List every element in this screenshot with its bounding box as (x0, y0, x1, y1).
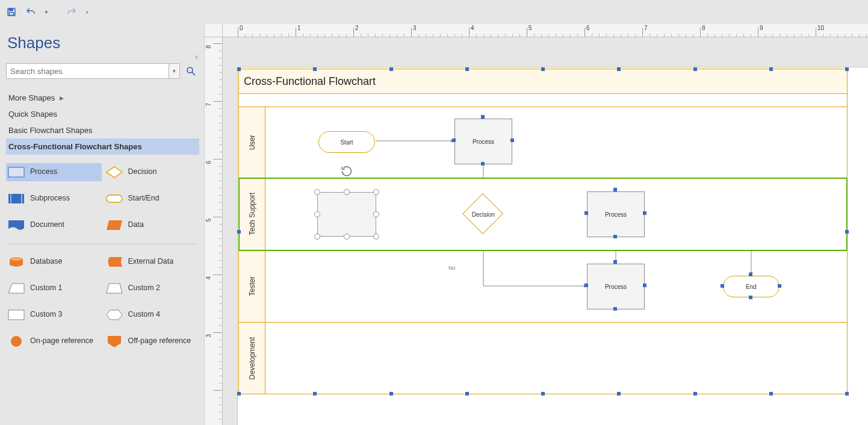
shape-label: Data (128, 221, 144, 229)
shape-startend[interactable]: Start/End (104, 190, 200, 208)
stencil-more-shapes[interactable]: More Shapes ▶ (6, 90, 199, 106)
resize-handle[interactable] (314, 211, 320, 217)
resize-handle[interactable] (344, 234, 350, 240)
shape-label: Subprocess (30, 194, 70, 203)
node-start[interactable]: Start (318, 131, 375, 153)
shape-custom3[interactable]: Custom 3 (6, 306, 102, 324)
svg-rect-5 (8, 167, 24, 177)
shape-label: Database (30, 258, 63, 266)
svg-point-12 (10, 257, 23, 261)
lane-label[interactable]: User (239, 107, 265, 178)
decision-icon (105, 166, 123, 179)
resize-handle[interactable] (314, 189, 320, 195)
custom4-icon (105, 308, 123, 321)
resize-handle[interactable] (373, 234, 379, 240)
custom2-icon (105, 282, 123, 295)
shape-offpage-ref[interactable]: Off-page reference (104, 332, 200, 350)
undo-button[interactable] (24, 5, 37, 19)
shape-label: Start/End (128, 194, 160, 203)
search-input[interactable] (6, 63, 169, 79)
lane-label[interactable]: Tester (239, 250, 265, 322)
ruler-horizontal[interactable]: 01234567891011 (223, 24, 868, 37)
stencil-label: Basic Flowchart Shapes (8, 126, 92, 135)
terminator-icon (105, 192, 123, 205)
shape-database[interactable]: Database (6, 253, 102, 271)
resize-handle[interactable] (314, 234, 320, 240)
lane-tech-support[interactable]: Tech Support (239, 178, 847, 250)
shape-document[interactable]: Document (6, 216, 102, 234)
resize-handle[interactable] (373, 189, 379, 195)
lane-body[interactable] (265, 323, 847, 394)
collapse-panel-button[interactable]: ‹ (195, 52, 198, 61)
save-button[interactable] (5, 5, 18, 19)
database-icon (7, 255, 25, 268)
swimlanes: User Start Process Tech Support (239, 107, 847, 394)
shape-custom4[interactable]: Custom 4 (104, 306, 200, 324)
shape-custom2[interactable]: Custom 2 (104, 279, 200, 297)
ruler-vertical[interactable]: 876543 (205, 37, 223, 425)
external-data-icon (105, 255, 123, 268)
data-icon (105, 219, 123, 232)
shape-label: Decision (128, 168, 157, 176)
svg-marker-16 (107, 310, 122, 320)
shape-decision[interactable]: Decision (104, 163, 200, 181)
svg-marker-6 (107, 167, 122, 178)
canvas-inner[interactable]: Cross-Functional Flowchart User Start Pr… (223, 37, 868, 425)
search-dropdown[interactable]: ▾ (169, 63, 180, 79)
shape-label: Custom 1 (30, 284, 63, 293)
custom3-icon (7, 308, 25, 321)
svg-marker-18 (108, 336, 121, 347)
resize-handle[interactable] (373, 211, 379, 217)
node-process-3[interactable]: Process (587, 264, 645, 309)
shape-label: Custom 4 (128, 311, 161, 319)
node-new-process-selected[interactable] (317, 192, 376, 237)
shape-custom1[interactable]: Custom 1 (6, 279, 102, 297)
undo-dropdown[interactable]: ▼ (43, 5, 49, 19)
redo-button[interactable] (65, 5, 78, 19)
lane-body[interactable]: Decision Process (265, 178, 847, 250)
flowchart-title[interactable]: Cross-Functional Flowchart (239, 69, 847, 94)
quick-access-toolbar: ▼ ▾ (0, 0, 868, 24)
lane-label[interactable]: Development (239, 323, 265, 394)
shape-label: On-page reference (30, 337, 93, 346)
node-process-1[interactable]: Process (454, 119, 512, 164)
phase-bar[interactable] (239, 94, 847, 107)
document-icon (7, 219, 25, 232)
stencil-cross-functional[interactable]: Cross-Functional Flowchart Shapes (6, 138, 199, 155)
ruler-corner (205, 24, 223, 37)
lane-label[interactable]: Tech Support (239, 178, 265, 250)
node-process-2[interactable]: Process (587, 191, 645, 237)
qat-customize[interactable]: ▾ (84, 5, 90, 19)
stencil-list: More Shapes ▶ Quick Shapes Basic Flowcha… (6, 90, 199, 155)
lane-user[interactable]: User Start Process (239, 107, 847, 178)
onpage-ref-icon (7, 335, 25, 348)
svg-rect-15 (8, 310, 24, 320)
shape-subprocess[interactable]: Subprocess (6, 190, 102, 208)
search-icon[interactable] (182, 63, 199, 79)
svg-marker-13 (8, 284, 24, 293)
node-end[interactable]: End (723, 276, 780, 297)
lane-development[interactable]: Development (239, 323, 847, 394)
shape-data[interactable]: Data (104, 216, 200, 234)
drawing-page[interactable]: Cross-Functional Flowchart User Start Pr… (238, 67, 868, 425)
svg-line-4 (192, 72, 195, 75)
stencil-quick-shapes[interactable]: Quick Shapes (6, 106, 199, 122)
panel-title: Shapes (7, 34, 199, 52)
resize-handle[interactable] (344, 189, 350, 195)
stencil-label: More Shapes (8, 93, 55, 102)
shape-label: Off-page reference (128, 337, 191, 346)
rotate-handle-icon[interactable] (341, 165, 353, 179)
lane-body[interactable]: Process End (265, 250, 847, 322)
svg-marker-11 (107, 220, 122, 230)
shape-grid: Process Decision Subprocess Start/End Do… (6, 163, 199, 350)
shape-process[interactable]: Process (6, 163, 102, 181)
shape-external-data[interactable]: External Data (104, 253, 200, 271)
shape-onpage-ref[interactable]: On-page reference (6, 332, 102, 350)
lane-tester[interactable]: Tester Process End (239, 250, 847, 323)
svg-point-3 (187, 67, 193, 73)
node-decision[interactable]: Decision (463, 194, 504, 235)
swimlane-container[interactable]: Cross-Functional Flowchart User Start Pr… (238, 69, 848, 394)
stencil-basic-flowchart[interactable]: Basic Flowchart Shapes (6, 122, 199, 138)
canvas-area[interactable]: 01234567891011 876543 Cross-Functional F… (205, 24, 868, 425)
svg-rect-2 (9, 13, 14, 16)
